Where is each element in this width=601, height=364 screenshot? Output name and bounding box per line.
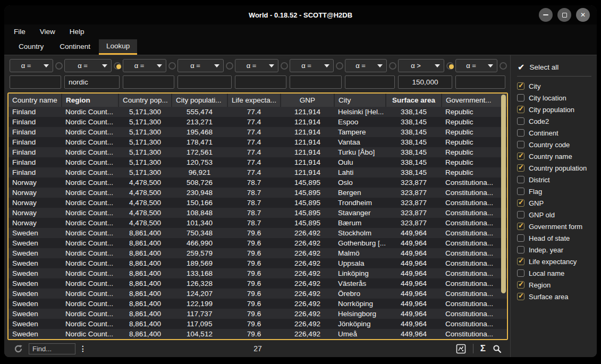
field-toggle-indep-year[interactable]: Indep. year [517,244,594,256]
filter-active-radio[interactable] [55,62,63,70]
menu-view[interactable]: View [40,28,55,36]
search-icon[interactable] [493,344,502,353]
field-toggle-surface-area[interactable]: Surface area [517,291,594,302]
filter-value-input[interactable] [64,75,120,89]
filter-operator-select[interactable]: α > [398,59,444,72]
column-header-city-populati[interactable]: City populati... [172,94,227,107]
kebab-menu-icon[interactable]: ⋮ [79,344,87,353]
table-row[interactable]: SwedenNordic Count...8,861,400124,20779.… [9,289,507,299]
vertical-scrollbar-thumb[interactable] [501,95,506,293]
filter-value-input[interactable] [455,75,505,89]
sum-icon[interactable]: Σ [480,343,486,354]
filter-active-radio[interactable] [226,62,233,70]
table-row[interactable]: SwedenNordic Count...8,861,400117,09579.… [9,319,507,329]
filter-value-input[interactable] [398,75,452,89]
filter-operator-select[interactable]: α = [10,59,53,72]
table-row[interactable]: SwedenNordic Count...8,861,400126,32879.… [9,278,507,289]
table-cell: Nordic Count... [62,289,118,299]
field-toggle-city-population[interactable]: City population [517,104,594,115]
table-row[interactable]: SwedenNordic Count...8,861,400189,56979.… [9,258,507,268]
table-row[interactable]: SwedenNordic Count...8,861,400259,57979.… [9,248,507,258]
field-toggle-country-name[interactable]: Country name [517,150,594,162]
field-toggle-continent[interactable]: Continent [517,127,594,139]
maximize-button[interactable] [557,8,571,22]
table-row[interactable]: SwedenNordic Count...8,861,400133,16879.… [9,268,507,278]
filter-value-input[interactable] [123,75,174,89]
filter-operator-select[interactable]: α = [123,59,166,72]
filter-operator-select[interactable]: α = [64,59,112,72]
filter-value-input[interactable] [345,75,395,89]
table-cell: Nordic Count... [62,127,118,137]
filter-operator-select[interactable]: α = [345,59,387,72]
column-header-life-expecta[interactable]: Life expecta... [227,94,281,107]
field-toggle-life-expectancy[interactable]: Life expectancy [517,256,594,267]
column-header-region[interactable]: Region [62,94,118,107]
column-header-country-pop[interactable]: Country pop... [118,94,172,107]
table-row[interactable]: NorwayNordic Count...4,478,500508,72678.… [9,177,507,188]
menu-file[interactable]: File [14,28,26,36]
field-toggle-code2[interactable]: Code2 [517,115,594,127]
field-toggle-flag[interactable]: Flag [517,185,594,197]
table-row[interactable]: NorwayNordic Count...4,478,500150,16678.… [9,198,507,208]
filter-operator-select[interactable]: α = [455,59,497,72]
table-row[interactable]: FinlandNordic Count...5,171,300195,46877… [9,127,507,137]
column-header-gnp[interactable]: GNP [281,94,334,107]
filter-active-radio[interactable] [114,62,121,70]
field-toggle-gnp-old[interactable]: GNP old [517,209,594,221]
filter-active-radio[interactable] [281,62,288,70]
filter-value-input[interactable] [290,75,342,89]
table-row[interactable]: NorwayNordic Count...4,478,500101,34078.… [9,218,507,228]
table-row[interactable]: NorwayNordic Count...4,478,500108,84878.… [9,208,507,218]
column-header-government[interactable]: Government... [442,94,507,107]
field-label: Local name [529,269,564,277]
filter-value-input[interactable] [10,75,61,89]
column-header-city[interactable]: City [334,94,386,107]
filter-value-input[interactable] [235,75,286,89]
field-toggle-region[interactable]: Region [517,279,594,291]
column-header-surface-area[interactable]: Surface area [386,94,442,107]
field-toggle-city[interactable]: City [517,80,594,92]
menu-help[interactable]: Help [70,28,84,36]
table-cell: 121,914 [281,117,334,127]
select-all-row[interactable]: ✔ Select all [518,62,594,72]
column-header-country-name[interactable]: Country name [9,94,62,107]
refresh-icon[interactable] [14,344,23,353]
filter-operator-select[interactable]: α = [177,59,224,72]
filter-active-radio[interactable] [168,62,176,70]
table-row[interactable]: FinlandNordic Count...5,171,300178,47177… [9,137,507,147]
field-toggle-head-of-state[interactable]: Head of state [517,232,594,244]
table-row[interactable]: SwedenNordic Count...8,861,400466,99079.… [9,238,507,248]
filter-operator-select[interactable]: α = [290,59,334,72]
table-row[interactable]: FinlandNordic Count...5,171,300172,56177… [9,147,507,157]
table-row[interactable]: FinlandNordic Count...5,171,300213,27177… [9,117,507,127]
filter-operator-select[interactable]: α = [235,59,278,72]
field-toggle-district[interactable]: District [517,174,594,185]
chart-report-icon[interactable] [456,344,466,354]
minimize-button[interactable] [539,8,553,22]
field-toggle-gnp[interactable]: GNP [517,197,594,209]
table-row[interactable]: SwedenNordic Count...8,861,400750,34879.… [9,228,507,238]
table-row[interactable]: SwedenNordic Count...8,861,400117,73779.… [9,309,507,319]
field-toggle-government-form[interactable]: Government form [517,221,594,232]
table-row[interactable]: FinlandNordic Count...5,171,300120,75377… [9,157,507,167]
table-row[interactable]: NorwayNordic Count...4,478,500230,94878.… [9,188,507,198]
tab-lookup[interactable]: Lookup [99,39,137,55]
close-button[interactable]: ✕ [576,8,590,22]
filter-active-radio[interactable] [446,62,454,70]
tab-country[interactable]: Country [11,39,51,55]
table-row[interactable]: FinlandNordic Count...5,171,300555,47477… [9,107,507,117]
table-cell: Constitutiona... [442,208,507,218]
filter-active-radio[interactable] [389,62,396,70]
filter-active-radio[interactable] [336,62,343,70]
tab-continent[interactable]: Continent [52,39,98,55]
field-toggle-city-location[interactable]: City location [517,92,594,104]
field-toggle-local-name[interactable]: Local name [517,267,594,279]
filter-value-input[interactable] [177,75,232,89]
table-row[interactable]: SwedenNordic Count...8,861,400122,19979.… [9,299,507,309]
find-input[interactable] [29,343,75,354]
field-toggle-country-code[interactable]: Country code [517,139,594,150]
table-row[interactable]: SwedenNordic Count...8,861,400104,51279.… [9,329,507,339]
table-row[interactable]: FinlandNordic Count...5,171,30096,92177.… [9,167,507,177]
filter-active-radio[interactable] [500,62,507,70]
field-toggle-country-population[interactable]: Country population [517,162,594,174]
